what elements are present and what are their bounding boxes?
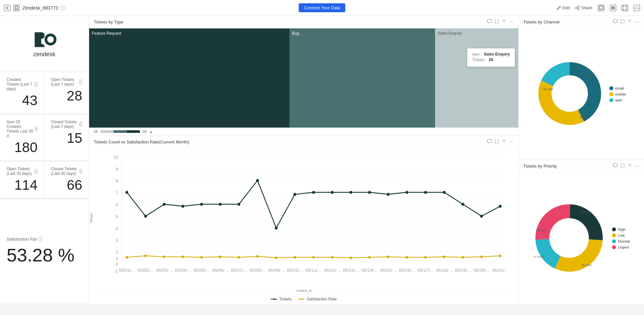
channel-donut: 42.22% 18.33% 39.44% — [537, 60, 603, 128]
chart-more-icon[interactable]: ⋯ — [509, 139, 514, 145]
normal-dot — [612, 239, 616, 243]
top-stats-grid: Created Tickets (Last 7 days) i 43 Open … — [0, 72, 89, 114]
channel-expand-icon[interactable] — [620, 19, 625, 25]
svg-point-108 — [549, 218, 589, 258]
channel-web-item: web — [609, 98, 626, 102]
priority-donut: 25.71% 30.71% 17.14% 26.43% — [533, 202, 605, 275]
svg-text:05/21/...: 05/21/... — [492, 268, 508, 273]
chart-expand-icon[interactable] — [494, 139, 499, 145]
channel-legend: email mobile web — [609, 86, 626, 102]
created-tickets-info[interactable]: i — [35, 82, 37, 87]
svg-point-63 — [350, 256, 352, 259]
chart-comment-icon[interactable] — [487, 139, 492, 145]
channel-more-icon[interactable]: ⋯ — [635, 20, 639, 25]
svg-point-64 — [368, 256, 371, 258]
satisfaction-info[interactable]: i — [38, 237, 43, 242]
svg-text:05/11/...: 05/11/... — [306, 268, 322, 273]
open-tickets-30d-card: Open Tickets (Last 30 days) i 114 — [0, 161, 45, 199]
chart-header: Tickets Count vs Satisfaction Rate(Curre… — [89, 136, 518, 148]
svg-text:05/05/...: 05/05/... — [193, 268, 209, 273]
svg-text:2: 2 — [116, 250, 118, 255]
comment-button[interactable] — [598, 5, 604, 11]
svg-point-55 — [200, 256, 203, 258]
left-column: zendesk Created Tickets (Last 7 days) i … — [0, 16, 89, 304]
svg-text:05/01/...: 05/01/... — [119, 268, 135, 273]
svg-text:9: 9 — [116, 167, 118, 172]
fullscreen-button[interactable] — [622, 5, 628, 11]
svg-text:26.43%: 26.43% — [536, 229, 546, 232]
channel-icons: ⋯ — [613, 19, 639, 25]
sum-created-info[interactable]: i — [35, 127, 37, 131]
svg-point-6 — [47, 36, 54, 43]
svg-point-66 — [406, 256, 408, 258]
treemap-feature-request[interactable]: Feature Request — [89, 28, 289, 128]
satisfaction-rate-card: Satisfaction Rat i 53.28 % — [0, 199, 89, 304]
legend-arrow: ▲ — [150, 130, 153, 134]
channel-donut-content: 42.22% 18.33% 39.44% email mobile — [519, 28, 644, 160]
svg-text:25.71%: 25.71% — [582, 211, 592, 214]
open-tickets-30d-info[interactable]: i — [35, 169, 38, 174]
tickets-by-type-icons: ⋯ — [487, 19, 514, 25]
more-options-icon[interactable]: ⋯ — [509, 20, 514, 25]
chart-filter-icon[interactable] — [502, 139, 506, 145]
filter-icon[interactable] — [502, 19, 506, 25]
open-tickets-7d-value: 28 — [51, 88, 83, 104]
svg-text:7: 7 — [116, 190, 118, 195]
chart-legend: Tickets Satisfaction Rate — [89, 294, 518, 304]
priority-more-icon[interactable]: ⋯ — [635, 164, 639, 169]
comment-icon[interactable] — [487, 19, 492, 25]
svg-point-96 — [301, 298, 302, 300]
bookmark-button[interactable] — [13, 5, 20, 11]
sum-created-label: Sum Of Created Tickets Last 30 d i — [7, 120, 38, 138]
svg-point-94 — [273, 298, 275, 300]
back-button[interactable] — [4, 5, 11, 11]
tickets-by-type-title: Tickets by Type — [94, 20, 123, 24]
connect-data-button[interactable]: Connect Your Data — [299, 3, 345, 12]
svg-point-3 — [611, 7, 615, 9]
low-dot — [612, 233, 616, 237]
closed-tickets-30d-info[interactable]: i — [80, 169, 82, 174]
topbar-left: Zendesk_683773 i — [4, 5, 214, 11]
svg-point-43 — [368, 191, 371, 194]
closed-tickets-7d-card: Closed Tickets (Last 7 days) i 15 — [45, 114, 89, 161]
channel-filter-icon[interactable] — [627, 19, 632, 25]
svg-text:05/09/...: 05/09/... — [268, 268, 284, 273]
channel-comment-icon[interactable] — [613, 19, 618, 25]
dashboard: zendesk Created Tickets (Last 7 days) i … — [0, 16, 644, 304]
svg-text:17.14%: 17.14% — [533, 255, 544, 258]
svg-text:1: 1 — [116, 256, 118, 261]
view-button[interactable] — [610, 5, 616, 11]
treemap-bug[interactable]: Bug — [289, 28, 435, 128]
web-dot — [609, 98, 613, 102]
tickets-legend-item[interactable]: Tickets — [271, 297, 292, 301]
svg-point-50 — [499, 205, 502, 208]
svg-point-65 — [387, 256, 389, 258]
open-tickets-7d-info[interactable]: i — [79, 80, 82, 84]
priority-comment-icon[interactable] — [613, 163, 618, 169]
svg-text:05/07/...: 05/07/... — [231, 268, 247, 273]
svg-point-58 — [256, 255, 259, 257]
satisfaction-legend-item[interactable]: Satisfaction Rate — [298, 297, 337, 301]
priority-filter-icon[interactable] — [627, 163, 632, 169]
svg-point-39 — [293, 193, 296, 196]
treemap: Feature Request Bug Sales Enquiry type :… — [89, 28, 518, 128]
svg-point-100 — [552, 75, 588, 112]
svg-text:05/17/...: 05/17/... — [418, 268, 433, 273]
page-info-icon[interactable]: i — [61, 6, 65, 10]
priority-low-item: Low — [612, 233, 629, 237]
legend-seg-light — [100, 130, 114, 133]
edit-button[interactable]: Edit — [557, 5, 570, 10]
treemap-sales-enquiry[interactable]: Sales Enquiry type : Sales Enquiry Ticke… — [435, 28, 518, 128]
svg-point-53 — [163, 256, 165, 258]
expand-icon[interactable] — [494, 19, 499, 25]
closed-tickets-7d-info[interactable]: i — [79, 122, 82, 127]
treemap-tooltip: type : Sales Enquiry Tickets : 28 — [467, 48, 515, 67]
more-button[interactable]: ⋯ — [633, 5, 640, 11]
svg-text:05/02/...: 05/02/... — [138, 268, 153, 273]
priority-donut-svg: 25.71% 30.71% 17.14% 26.43% — [533, 202, 605, 274]
email-dot — [609, 86, 613, 90]
svg-text:05/06/...: 05/06/... — [212, 268, 228, 273]
share-button[interactable]: Share — [575, 5, 593, 10]
priority-expand-icon[interactable] — [620, 163, 625, 169]
svg-text:42.22%: 42.22% — [543, 88, 554, 91]
